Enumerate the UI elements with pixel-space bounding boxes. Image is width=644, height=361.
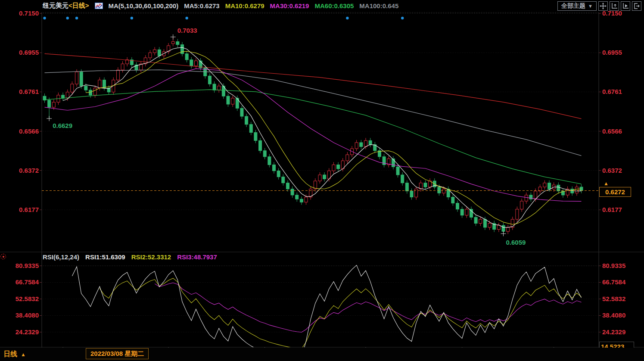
ma-line-ma10	[86, 51, 581, 224]
ma-line-ma60	[45, 90, 582, 184]
price-tick-label: 0.6955	[602, 49, 622, 56]
pan-icon	[600, 3, 607, 9]
rsi-caption: RSI(6,12,24)	[43, 253, 79, 261]
price-annotation: 0.7033	[177, 27, 197, 34]
line-chart-icon[interactable]	[95, 3, 103, 9]
rsi-tick-label: 38.4080	[602, 311, 625, 319]
rsi-tick-label: 52.5832	[602, 295, 625, 303]
price-tick-label: 0.6177	[602, 206, 622, 214]
export-button[interactable]	[632, 1, 641, 11]
symbol-legend: 纽元美元<日线> MA(5,10,30,60,100,200) MA5:0.62…	[43, 2, 398, 10]
ma-value: MA60:0.6305	[314, 2, 354, 9]
event-dot[interactable]	[346, 17, 348, 19]
price-annotation: 0.6059	[506, 239, 526, 246]
ma-value: MA10:0.6279	[225, 2, 264, 9]
current-price-tag: 0.6272	[599, 187, 631, 197]
price-tick-label: 0.7150	[1, 9, 39, 17]
event-dot[interactable]	[131, 17, 133, 19]
event-dot[interactable]	[401, 17, 404, 19]
crosshair-target-icon	[0, 254, 6, 259]
axis-zoom-icon	[611, 3, 618, 9]
ma-value: MA5:0.6273	[184, 2, 220, 9]
rsi-line-2	[100, 278, 581, 349]
event-dot[interactable]	[43, 17, 46, 19]
top-right-controls: 全部主题 ▼	[557, 1, 641, 11]
axis-play-icon	[622, 3, 629, 9]
rsi-line-1	[72, 265, 581, 358]
rsi-tick-label: 38.4080	[1, 311, 39, 319]
chart-canvas[interactable]: 0.70330.66290.6059	[0, 0, 644, 361]
event-dot[interactable]	[75, 17, 78, 19]
rsi-tick-label: 66.7584	[1, 278, 39, 286]
event-dot[interactable]	[66, 17, 69, 19]
candlesticks[interactable]	[43, 37, 583, 234]
event-dot[interactable]	[185, 17, 188, 19]
price-tick-label: 0.6566	[602, 128, 622, 135]
bottom-bar: 日线 ▲ 2022/03/08 星期二	[0, 348, 644, 361]
rsi-legend: RSI(6,12,24) RSI1:51.6309 RSI2:52.3312 R…	[43, 253, 217, 261]
rsi1-value: RSI1:51.6309	[85, 253, 125, 261]
ma-value: MA30:0.6219	[270, 2, 309, 9]
rsi-line-3	[155, 283, 581, 333]
date-tooltip: 2022/03/08 星期二	[86, 348, 149, 359]
axis-play-button[interactable]	[621, 1, 630, 11]
price-tick-label: 0.6955	[1, 49, 39, 56]
price-tick-label: 0.6761	[1, 88, 39, 96]
rsi-tick-label: 80.9335	[1, 262, 39, 270]
ma-value: MA100:0.645	[359, 2, 398, 9]
ma-line-ma100	[45, 70, 582, 156]
theme-dropdown[interactable]: 全部主题 ▼	[557, 1, 597, 11]
export-icon	[633, 3, 640, 9]
rsi-tick-label: 66.7584	[602, 278, 625, 286]
price-tick-label: 0.6372	[1, 167, 39, 174]
rsi-tick-label: 52.5832	[1, 295, 39, 303]
price-tick-label: 0.7150	[602, 9, 622, 17]
rsi-tick-label: 80.9335	[602, 262, 625, 270]
price-up-arrow-icon: ▲	[604, 181, 609, 186]
price-tick-label: 0.6761	[602, 88, 622, 96]
rsi3-value: RSI3:48.7937	[177, 253, 217, 261]
price-tick-label: 0.6372	[602, 167, 622, 174]
rsi2-value: RSI2:52.3312	[131, 253, 171, 261]
symbol-name[interactable]: 纽元美元	[43, 2, 68, 10]
chevron-down-icon: ▼	[588, 3, 593, 9]
ma-line-ma30	[45, 68, 582, 201]
ma-values: MA5:0.6273MA10:0.6279MA30:0.6219MA60:0.6…	[184, 2, 398, 9]
period-selector[interactable]: 日线 ▲	[3, 350, 26, 359]
ma-caption: MA(5,10,30,60,100,200)	[109, 2, 179, 9]
price-tick-label: 0.6566	[1, 128, 39, 135]
theme-dropdown-label: 全部主题	[561, 2, 585, 10]
top-bar: 纽元美元<日线> MA(5,10,30,60,100,200) MA5:0.62…	[0, 0, 644, 12]
ma-line-ma5	[63, 47, 581, 227]
triangle-up-icon: ▲	[21, 352, 26, 358]
ma-line-ma200	[45, 54, 582, 119]
rsi-tick-label: 24.2329	[1, 328, 39, 336]
price-annotation: 0.6629	[53, 122, 72, 129]
rsi-tick-label: 24.2329	[602, 328, 625, 336]
trading-chart-app: { "header": { "symbol": "纽元美元", "period_…	[0, 0, 644, 361]
period-label: 日线	[3, 350, 17, 359]
period-tag: <日线>	[68, 2, 89, 10]
price-tick-label: 0.6177	[1, 206, 39, 214]
